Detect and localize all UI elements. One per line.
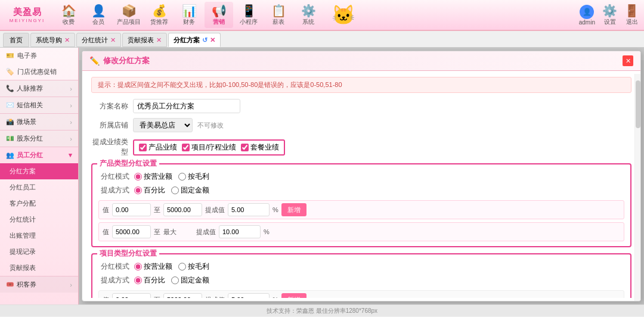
range1-commission-input[interactable] [228, 203, 270, 216]
sidebar-item-plan[interactable]: 分红方案 [0, 163, 78, 179]
nav-marketing[interactable]: 📢 营销 [205, 2, 233, 28]
project-method-row: 提成方式 百分比 固定金额 [98, 275, 624, 285]
tab-close-salary[interactable]: ✕ [156, 36, 162, 44]
product-range-1: 值 至 提成值 % 新增 [98, 200, 624, 219]
checkbox-product[interactable]: 产品业绩 [139, 142, 177, 153]
tab-close-sysnotice[interactable]: ✕ [64, 36, 70, 44]
project-mode-row: 分红模式 按营业额 按毛利 [98, 262, 624, 272]
tip-box: 提示：提成区间值之间不能交叉出现，比如0-100,50-80是错误的，应该是0-… [91, 77, 631, 93]
sidebar-item-stats[interactable]: 分红统计 [0, 212, 78, 228]
radio-percent[interactable]: 百分比 [134, 185, 165, 195]
sidebar-category-renmai[interactable]: 📞 人脉推荐 › [0, 80, 78, 97]
product-method-radios: 百分比 固定金额 [134, 185, 209, 195]
product-method-row: 提成方式 百分比 固定金额 [98, 185, 624, 195]
nav-product[interactable]: 📦 产品项目 [114, 2, 144, 28]
project-section-title: 项目类型分红设置 [97, 248, 159, 259]
tab-home[interactable]: 首页 [3, 33, 29, 47]
sidebar-category-jike[interactable]: 🎟️ 积客券 › [0, 276, 78, 293]
nav-bar: 🏠 收费 👤 会员 📦 产品项目 💰 货推荐 📊 财务 📢 营销 📱 小程序 [54, 2, 323, 28]
range2-commission-input[interactable] [219, 225, 261, 238]
tab-refresh-fenhong[interactable]: ↺ [202, 36, 208, 44]
checkbox-project[interactable]: 项目/疗程业绩 [182, 142, 236, 153]
sidebar-category-weixing[interactable]: 📸 微场景 › [0, 113, 78, 130]
range2-max-label: 最大 [163, 228, 193, 237]
range1-from-input[interactable] [112, 203, 151, 216]
logo[interactable]: 美盈易 MEIYINGYI [5, 7, 49, 23]
settings-btn[interactable]: ⚙️ 设置 [602, 4, 617, 26]
nav-mini[interactable]: 📱 小程序 [234, 2, 263, 28]
sidebar-item-withdraw[interactable]: 出账管理 [0, 228, 78, 244]
tab-stats[interactable]: 分红统计 ✕ [76, 33, 121, 47]
project-mode-label: 分红模式 [98, 262, 134, 272]
product-section-title: 产品类型分红设置 [97, 158, 159, 169]
main-layout: 🎫 电子券 🏷️ 门店优惠促销 📞 人脉推荐 › ✉️ 短信相关 › 📸 微场景 [0, 48, 644, 304]
sidebar-item-records[interactable]: 提现记录 [0, 244, 78, 260]
store-select[interactable]: 香美易总店 [133, 118, 193, 132]
nav-cashier[interactable]: 💰 货推荐 [145, 2, 174, 28]
modal-header: ✏️ 修改分红方案 ✕ [82, 51, 640, 71]
range2-percent: % [264, 228, 270, 235]
chevron-right-icon3: › [70, 119, 72, 126]
proj-range1-to-input[interactable] [163, 293, 202, 298]
proj-radio-percent[interactable]: 百分比 [134, 275, 165, 285]
tab-close-stats[interactable]: ✕ [110, 36, 116, 44]
sidebar-item-coupon[interactable]: 🎫 电子券 [0, 48, 78, 64]
proj-radio-fixed[interactable]: 固定金额 [171, 275, 209, 285]
modal-close-button[interactable]: ✕ [623, 55, 633, 66]
store-row: 所属店铺 香美易总店 不可修改 [91, 118, 631, 132]
nav-member[interactable]: 👤 会员 [84, 2, 113, 28]
radio-profit[interactable]: 按毛利 [178, 172, 209, 182]
chevron-right-icon: › [70, 85, 72, 92]
sidebar-category-staff[interactable]: 👥 员工分红 ▾ [0, 147, 78, 163]
plan-name-input[interactable] [133, 99, 240, 113]
sidebar-item-promo[interactable]: 🏷️ 门店优惠促销 [0, 64, 78, 80]
tab-sysnotice[interactable]: 系统导购 ✕ [30, 33, 75, 47]
nav-home[interactable]: 🏠 收费 [54, 2, 83, 28]
sidebar-category-shareholder[interactable]: 💵 股东分红 › [0, 130, 78, 147]
proj-range1-from-input[interactable] [112, 293, 151, 298]
range1-percent: % [273, 206, 278, 213]
content-area: 全部店... ✏️ 修改分红方案 ✕ 提示：提成区间值之间不能交叉出现，比如0-… [79, 48, 644, 304]
logout-btn[interactable]: 🚪 退出 [624, 4, 639, 26]
range1-commission-label: 提成值 [205, 206, 225, 215]
tab-close-fenhong[interactable]: ✕ [210, 36, 215, 44]
tab-salary[interactable]: 贡献报表 ✕ [122, 33, 167, 47]
range2-from-input[interactable] [112, 225, 151, 238]
camera-icon: 📸 [6, 118, 14, 126]
project-mode-radios: 按营业额 按毛利 [134, 262, 209, 272]
product-method-label: 提成方式 [98, 185, 134, 195]
nav-finance[interactable]: 📊 财务 [175, 2, 203, 28]
tab-fenhong[interactable]: 分红方案 ↺ ✕ [168, 33, 221, 47]
radio-fixed[interactable]: 固定金额 [171, 185, 209, 195]
sidebar-item-report[interactable]: 贡献报表 [0, 260, 78, 276]
proj-radio-profit[interactable]: 按毛利 [178, 262, 209, 272]
staff-icon: 👥 [6, 151, 14, 159]
sms-icon: ✉️ [6, 101, 14, 109]
project-method-radios: 百分比 固定金额 [134, 275, 209, 285]
top-right-area: 👤 admin ⚙️ 设置 🚪 退出 [579, 4, 639, 26]
proj-range1-from-label: 值 [103, 296, 109, 299]
ticket-icon: 🎟️ [6, 281, 14, 288]
project-section: 项目类型分红设置 分红模式 按营业额 按毛利 [91, 253, 631, 298]
radio-turnover[interactable]: 按营业额 [134, 172, 172, 182]
project-add-btn[interactable]: 新增 [281, 293, 306, 298]
sidebar-item-customer[interactable]: 客户分配 [0, 195, 78, 212]
nav-salary[interactable]: 📋 薪表 [264, 2, 293, 28]
admin-avatar[interactable]: 👤 admin [579, 5, 595, 26]
kitty-mascot: 🐱 [332, 4, 355, 26]
range1-to-input[interactable] [163, 203, 202, 216]
sidebar-category-sms[interactable]: ✉️ 短信相关 › [0, 97, 78, 113]
checkbox-package[interactable]: 套餐业绩 [241, 142, 279, 153]
modal-scrollbar[interactable] [634, 74, 640, 301]
perf-type-row: 提成业绩类型 产品业绩 项目/疗程业绩 套餐业绩 [91, 137, 631, 157]
proj-range1-commission-input[interactable] [228, 293, 270, 298]
sidebar-item-staff[interactable]: 分红员工 [0, 179, 78, 195]
bottom-bar: 技术支持：荣鑫恩 最佳分辨率1280*768px [0, 304, 644, 316]
modal-dialog: ✏️ 修改分红方案 ✕ 提示：提成区间值之间不能交叉出现，比如0-100,50-… [82, 51, 641, 302]
scrollbar-thumb[interactable] [636, 80, 640, 128]
plan-name-row: 方案名称 [91, 99, 631, 113]
proj-radio-turnover[interactable]: 按营业额 [134, 262, 172, 272]
nav-system[interactable]: ⚙️ 系统 [294, 2, 323, 28]
product-section: 产品类型分红设置 分红模式 按营业额 按毛利 [91, 163, 631, 247]
product-add-btn[interactable]: 新增 [281, 203, 306, 216]
